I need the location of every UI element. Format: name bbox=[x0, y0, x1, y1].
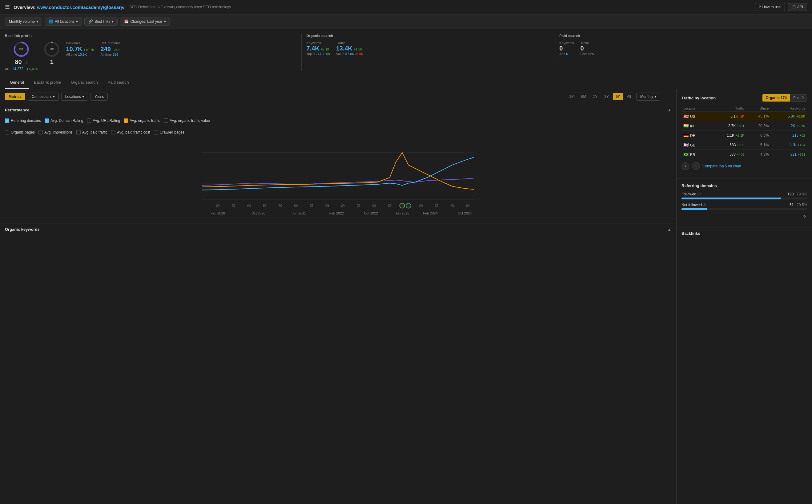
followed-pct: 79.5% bbox=[797, 192, 807, 196]
menu-icon[interactable]: ☰ bbox=[5, 4, 10, 10]
organic-keywords-header[interactable]: Organic keywords ▲ bbox=[0, 223, 676, 235]
svg-point-24 bbox=[435, 204, 438, 207]
organic-search-section: Organic search Keywords 7.4K +2.1K Top 3… bbox=[302, 34, 555, 71]
monthly-volume-button[interactable]: Monthly volume ▾ bbox=[5, 18, 42, 26]
organic-toggle-button[interactable]: Organic 174 bbox=[762, 94, 790, 102]
period-2y[interactable]: 2Y bbox=[602, 93, 612, 100]
svg-point-18 bbox=[357, 204, 360, 207]
backlinks-right-section: Backlinks bbox=[677, 227, 812, 239]
col-keywords: Keywords bbox=[770, 105, 807, 112]
backlinks-change: +10.7K bbox=[83, 48, 94, 52]
api-button[interactable]: {} API bbox=[788, 3, 807, 11]
compare-top5-button[interactable]: Compare top 5 on chart bbox=[702, 164, 741, 168]
checkbox-avg-organic-traffic-value[interactable]: Avg. organic traffic value bbox=[164, 118, 210, 123]
checkbox-avg-organic-traffic[interactable]: ✓ Avg. organic traffic bbox=[124, 118, 160, 123]
monthly-button[interactable]: Monthly ▾ bbox=[636, 93, 660, 101]
period-5y[interactable]: 5Y bbox=[613, 93, 623, 100]
traffic-location-title: Traffic by location bbox=[682, 96, 716, 100]
all-locations-button[interactable]: 🌐 All locations ▾ bbox=[45, 18, 82, 26]
checkbox-avg-impressions[interactable]: Avg. Impressions bbox=[38, 130, 73, 134]
not-followed-bar-fill bbox=[682, 208, 707, 210]
changes-button[interactable]: 📅 Changes: Last year ▾ bbox=[120, 18, 170, 26]
period-1m[interactable]: 1M bbox=[566, 93, 577, 100]
svg-point-26 bbox=[466, 204, 470, 207]
checkbox-label: Avg. Impressions bbox=[44, 130, 73, 134]
checkbox-box bbox=[76, 130, 81, 134]
followed-bar-bg bbox=[682, 198, 807, 199]
header-url[interactable]: www.conductor.com/academy/glossary/ bbox=[37, 5, 125, 10]
prev-page-button[interactable]: ‹ bbox=[682, 162, 690, 170]
competitors-button[interactable]: Competitors ▾ bbox=[28, 93, 59, 101]
not-followed-item: Not followed ⓘ 51 20.5% bbox=[682, 202, 807, 210]
checkbox-avg-url-rating[interactable]: Avg. URL Rating bbox=[87, 118, 120, 123]
checkbox-label: Organic pages bbox=[11, 130, 35, 134]
tab-general[interactable]: General bbox=[5, 76, 29, 89]
organic-keywords-stat: Keywords 7.4K +2.1K Top 3 274 +168 bbox=[306, 41, 330, 56]
svg-point-23 bbox=[420, 204, 423, 207]
checkbox-box bbox=[5, 130, 9, 134]
toolbar: Monthly volume ▾ 🌐 All locations ▾ 🔗 Bes… bbox=[0, 14, 812, 29]
tab-organic-search[interactable]: Organic search bbox=[66, 76, 103, 89]
performance-checkboxes: ✓ Referring domains ✓ Avg. Domain Rating… bbox=[0, 116, 676, 137]
info-icon[interactable]: ⓘ bbox=[703, 203, 706, 207]
chevron-down-icon: ▾ bbox=[654, 94, 656, 99]
location-cell: 🇺🇸US bbox=[682, 112, 710, 121]
followed-item: Followed ⓘ 198 79.5% bbox=[682, 192, 807, 199]
flag-icon: 🇩🇪 bbox=[683, 133, 689, 138]
tab-backlink-profile[interactable]: Backlink profile bbox=[29, 76, 66, 89]
title-text: Overview: bbox=[14, 5, 36, 10]
referring-domains-right-section: Referring domains Followed ⓘ 198 79.5% bbox=[677, 178, 812, 227]
checkbox-avg-paid-traffic-cost[interactable]: Avg. paid traffic cost bbox=[111, 130, 150, 134]
tab-paid-search[interactable]: Paid search bbox=[103, 76, 134, 89]
ur-stat: UR 1 bbox=[44, 41, 60, 66]
checkbox-avg-domain-rating[interactable]: ✓ Avg. Domain Rating bbox=[45, 118, 83, 123]
performance-title: Performance bbox=[5, 108, 29, 112]
how-to-use-button[interactable]: ? How to use bbox=[755, 3, 785, 11]
paid-keywords-label: Keywords bbox=[559, 41, 574, 45]
best-links-button[interactable]: 🔗 Best links ▾ bbox=[84, 18, 118, 26]
next-page-button[interactable]: › bbox=[692, 162, 700, 170]
paid-ads-row: Ads 0 bbox=[559, 52, 574, 56]
time-period-group: 1M 6M 1Y 2Y 5Y All bbox=[566, 93, 634, 100]
checkbox-referring-domains[interactable]: ✓ Referring domains bbox=[5, 118, 41, 123]
period-all[interactable]: All bbox=[624, 93, 634, 100]
table-row[interactable]: 🇮🇳IN 2.7K +851 20.3% 2K +1.2K bbox=[682, 121, 807, 131]
paid-toggle-button[interactable]: Paid 0 bbox=[790, 94, 807, 102]
locations-button[interactable]: Locations ▾ bbox=[61, 93, 88, 101]
years-button[interactable]: Years bbox=[90, 93, 108, 101]
more-options-icon[interactable]: ⋮ bbox=[663, 92, 671, 101]
period-6m[interactable]: 6M bbox=[578, 93, 589, 100]
table-row[interactable]: 🇺🇸US 6.1K -1K 45.1% 5.8K +2.8K bbox=[682, 112, 807, 121]
ur-value: 1 bbox=[50, 58, 54, 65]
ref-domains-label: Ref. domains bbox=[101, 41, 121, 45]
svg-point-11 bbox=[247, 204, 250, 207]
table-row[interactable]: 🇬🇧GB 683 +186 5.1% 1.1K +434 bbox=[682, 140, 807, 150]
chevron-down-icon: ▾ bbox=[112, 19, 114, 24]
svg-point-21 bbox=[400, 203, 405, 208]
svg-point-16 bbox=[326, 204, 329, 207]
followed-bar-fill bbox=[682, 198, 781, 199]
backlinks-stat: Backlinks 10.7K +10.7K All time 10.9K bbox=[66, 41, 94, 56]
info-icon[interactable]: ⓘ bbox=[698, 192, 701, 196]
svg-text:Jun 2021: Jun 2021 bbox=[292, 211, 306, 215]
organic-traffic-label: Traffic bbox=[336, 41, 363, 45]
question-icon: ? bbox=[759, 5, 761, 9]
help-icon[interactable]: ? bbox=[682, 213, 807, 222]
ur-circle: UR bbox=[44, 41, 60, 57]
checkbox-avg-paid-traffic[interactable]: Avg. paid traffic bbox=[76, 130, 107, 134]
svg-point-9 bbox=[216, 204, 219, 207]
checkbox-crawled-pages[interactable]: Crawled pages bbox=[154, 130, 184, 134]
organic-search-title: Organic search bbox=[306, 34, 550, 38]
paid-keywords-stat: Keywords 0 Ads 0 bbox=[559, 41, 574, 56]
table-row[interactable]: 🇧🇷BR 577 +403 4.3% 821 +561 bbox=[682, 150, 807, 159]
chevron-down-icon: ▾ bbox=[164, 19, 166, 24]
metrics-button[interactable]: Metrics bbox=[5, 93, 25, 100]
svg-text:Feb 2022: Feb 2022 bbox=[329, 211, 344, 215]
svg-text:Feb 2024: Feb 2024 bbox=[423, 211, 438, 215]
referring-domains-title: Referring domains bbox=[682, 183, 807, 188]
svg-point-12 bbox=[263, 204, 266, 207]
checkbox-organic-pages[interactable]: Organic pages bbox=[5, 130, 35, 134]
performance-header[interactable]: Performance ▲ bbox=[0, 104, 676, 116]
period-1y[interactable]: 1Y bbox=[590, 93, 601, 100]
table-row[interactable]: 🇩🇪DE 1.1K +1.1K 8.3% 213 +82 bbox=[682, 131, 807, 140]
